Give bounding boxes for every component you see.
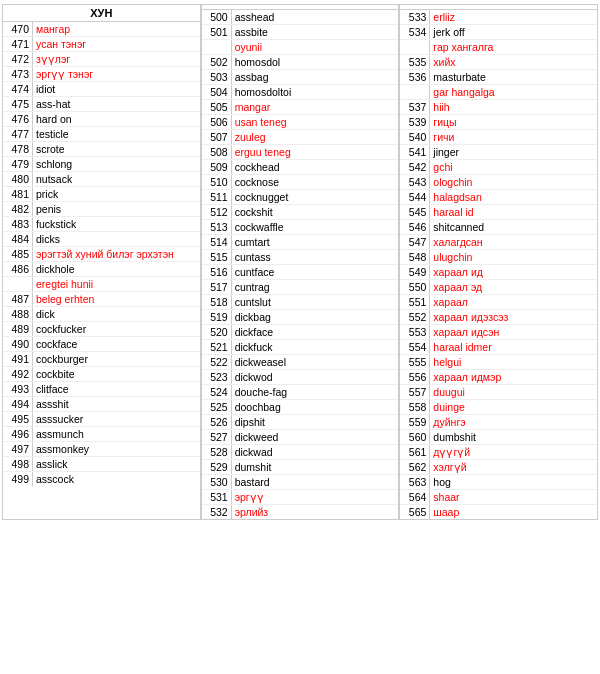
table-row: 545haraal id <box>400 205 597 220</box>
cell-number: 537 <box>400 100 430 114</box>
cell-text: cuntface <box>232 265 399 279</box>
cell-number: 525 <box>202 400 232 414</box>
cell-number: 488 <box>3 307 33 321</box>
table-row: 503assbag <box>202 70 399 85</box>
cell-text: doochbag <box>232 400 399 414</box>
cell-empty <box>202 40 232 54</box>
cell-text: halagdsan <box>430 190 597 204</box>
table-row: 547халагдсан <box>400 235 597 250</box>
cell-text: masturbate <box>430 70 597 84</box>
table-row: 474idiot <box>3 82 200 97</box>
cell-number: 558 <box>400 400 430 414</box>
table-row: 504homosdoltoi <box>202 85 399 100</box>
table-row: 494assshit <box>3 397 200 412</box>
cell-number: 556 <box>400 370 430 384</box>
cell-text: shitcanned <box>430 220 597 234</box>
cell-text: assbag <box>232 70 399 84</box>
table-row: 488dick <box>3 307 200 322</box>
table-row: 550хараал эд <box>400 280 597 295</box>
cell-text: erguu teneg <box>232 145 399 159</box>
cell-number: 561 <box>400 445 430 459</box>
cell-number: 524 <box>202 385 232 399</box>
cell-number: 511 <box>202 190 232 204</box>
table-row: 536masturbate <box>400 70 597 85</box>
cell-text: douche-fag <box>232 385 399 399</box>
cell-number: 526 <box>202 415 232 429</box>
table-row: 506usan teneg <box>202 115 399 130</box>
cell-number: 490 <box>3 337 33 351</box>
cell-text: cuntass <box>232 250 399 264</box>
cell-text: эрлийз <box>232 505 399 519</box>
cell-text: cockface <box>33 337 200 351</box>
cell-text: cockwaffle <box>232 220 399 234</box>
cell-number: 481 <box>3 187 33 201</box>
cell-number: 533 <box>400 10 430 24</box>
cell-number: 531 <box>202 490 232 504</box>
cell-text: prick <box>33 187 200 201</box>
cell-text: cockhead <box>232 160 399 174</box>
table-row: 539гицы <box>400 115 597 130</box>
cell-text: haraal idmer <box>430 340 597 354</box>
cell-text: dick <box>33 307 200 321</box>
table-row: 563hog <box>400 475 597 490</box>
cell-text: asshead <box>232 10 399 24</box>
table-row: 535хийх <box>400 55 597 70</box>
cell-text: шаар <box>430 505 597 519</box>
cell-number: 543 <box>400 175 430 189</box>
table-row: 513cockwaffle <box>202 220 399 235</box>
table-row: 562хэлгүй <box>400 460 597 475</box>
cell-text: хараал ид <box>430 265 597 279</box>
table-row: 521dickfuck <box>202 340 399 355</box>
cell-number: 535 <box>400 55 430 69</box>
cell-text: jerk off <box>430 25 597 39</box>
table-row: 541jinger <box>400 145 597 160</box>
cell-number: 520 <box>202 325 232 339</box>
table-row: 540гичи <box>400 130 597 145</box>
table-row: 561дүүгүй <box>400 445 597 460</box>
cell-number: 564 <box>400 490 430 504</box>
cell-text: dicks <box>33 232 200 246</box>
cell-text: dickwad <box>232 445 399 459</box>
cell-text: hiih <box>430 100 597 114</box>
cell-text: cuntrag <box>232 280 399 294</box>
cell-number: 536 <box>400 70 430 84</box>
cell-text: schlong <box>33 157 200 171</box>
table-row: 564shaar <box>400 490 597 505</box>
cell-text: эргүү <box>232 490 399 504</box>
table-row: 511cocknugget <box>202 190 399 205</box>
cell-text: dickwod <box>232 370 399 384</box>
cell-number: 480 <box>3 172 33 186</box>
cell-number: 539 <box>400 115 430 129</box>
cell-text: assmunch <box>33 427 200 441</box>
cell-number: 485 <box>3 247 33 261</box>
table-row: 537hiih <box>400 100 597 115</box>
table-row: 482penis <box>3 202 200 217</box>
cell-text: ologchin <box>430 175 597 189</box>
cell-text: dumbshit <box>430 430 597 444</box>
cell-number: 504 <box>202 85 232 99</box>
cell-text: cocknose <box>232 175 399 189</box>
cell-text: usan teneg <box>232 115 399 129</box>
cell-number: 522 <box>202 355 232 369</box>
table-row: 498asslick <box>3 457 200 472</box>
page-container: ХУН470мангар471усан тэнэг472зүүлэг473эрг… <box>0 0 600 524</box>
table-row: 489cockfucker <box>3 322 200 337</box>
cell-text: эрэгтэй хуний билэг эрхэтэн <box>33 247 200 261</box>
main-table: ХУН470мангар471усан тэнэг472зүүлэг473эрг… <box>0 0 600 524</box>
cell-number: 563 <box>400 475 430 489</box>
cell-text: хараал эд <box>430 280 597 294</box>
cell-text: shaar <box>430 490 597 504</box>
cell-text: мангар <box>33 22 200 36</box>
table-row: 529dumshit <box>202 460 399 475</box>
table-row: 500asshead <box>202 10 399 25</box>
cell-number: 534 <box>400 25 430 39</box>
cell-number: 523 <box>202 370 232 384</box>
cell-text: homosdol <box>232 55 399 69</box>
cell-text: дүүгүй <box>430 445 597 459</box>
cell-number: 502 <box>202 55 232 69</box>
cell-text: dickfuck <box>232 340 399 354</box>
cell-text: idiot <box>33 82 200 96</box>
cell-number: 482 <box>3 202 33 216</box>
table-row: 492cockbite <box>3 367 200 382</box>
cell-number: 507 <box>202 130 232 144</box>
